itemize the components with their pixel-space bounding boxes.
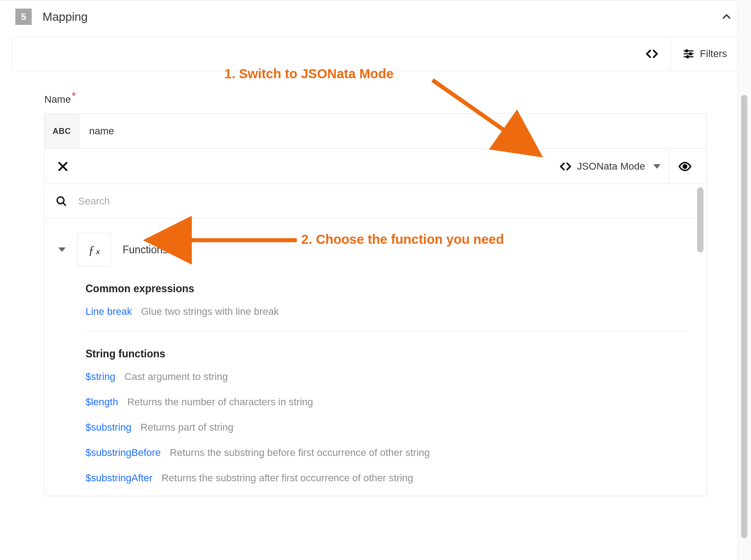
svg-point-8 — [683, 165, 687, 168]
group-title: Common expressions — [86, 283, 688, 295]
sliders-icon — [683, 48, 694, 60]
divider — [86, 331, 688, 332]
functions-panel: ƒₓ Functions Common expressions Line bre… — [45, 218, 706, 496]
filters-button[interactable]: Filters — [670, 37, 739, 71]
functions-header[interactable]: ƒₓ Functions — [54, 233, 697, 266]
name-input-group: ABC JSONata Mode — [44, 114, 707, 496]
code-icon — [559, 160, 572, 173]
panel-header[interactable]: 5 Mapping — [12, 0, 739, 37]
fx-icon: ƒₓ — [77, 233, 111, 266]
eye-icon — [678, 160, 692, 173]
mode-dropdown[interactable]: JSONata Mode — [551, 160, 669, 173]
code-toggle-button[interactable] — [633, 37, 670, 71]
search-row — [45, 184, 706, 218]
function-desc: Returns the substring before first occur… — [170, 447, 430, 459]
function-desc: Returns the number of characters in stri… — [127, 396, 313, 408]
name-input[interactable] — [79, 114, 706, 148]
filters-label: Filters — [700, 48, 727, 60]
svg-point-3 — [686, 50, 688, 52]
panel-title: Mapping — [43, 10, 707, 24]
chevron-up-icon[interactable] — [718, 8, 736, 26]
editor-toolbar: JSONata Mode — [45, 148, 706, 184]
function-name: $length — [86, 396, 118, 408]
step-number-badge: 5 — [15, 9, 32, 25]
svg-point-4 — [689, 53, 691, 55]
function-name: $substringBefore — [86, 447, 161, 459]
function-desc: Returns the substring after first occurr… — [162, 472, 413, 484]
function-desc: Cast argument to string — [124, 371, 228, 383]
function-item[interactable]: Line break Glue two strings with line br… — [86, 306, 688, 318]
function-desc: Glue two strings with line break — [141, 306, 279, 318]
function-name: Line break — [86, 306, 132, 318]
search-input[interactable] — [78, 195, 695, 207]
chevron-down-icon — [653, 164, 661, 169]
function-item[interactable]: $substringAfter Returns the substring af… — [86, 472, 688, 484]
functions-body: Common expressions Line break Glue two s… — [54, 283, 697, 484]
panel-toolbar: Filters — [12, 37, 739, 71]
page-scrollbar-thumb[interactable] — [741, 95, 747, 538]
content-area: Name* ABC JSONata Mode — [12, 71, 739, 496]
functions-heading: Functions — [123, 244, 168, 256]
preview-button[interactable] — [669, 149, 701, 184]
type-badge-abc: ABC — [45, 114, 79, 148]
close-icon[interactable] — [50, 157, 76, 176]
function-item[interactable]: $substring Returns part of string — [86, 422, 688, 433]
svg-line-10 — [63, 203, 65, 205]
group-title: String functions — [86, 348, 688, 360]
function-name: $substring — [86, 422, 132, 433]
svg-point-5 — [687, 56, 689, 57]
required-star-icon: * — [72, 90, 76, 101]
panel-scrollbar-thumb[interactable] — [697, 187, 703, 252]
page-scrollbar-track — [737, 0, 751, 560]
function-item[interactable]: $substringBefore Returns the substring b… — [86, 447, 688, 459]
function-item[interactable]: $length Returns the number of characters… — [86, 396, 688, 408]
chevron-down-icon — [58, 247, 66, 252]
function-name: $string — [86, 371, 115, 383]
mode-label: JSONata Mode — [577, 161, 645, 172]
code-icon — [645, 47, 659, 61]
function-item[interactable]: $string Cast argument to string — [86, 371, 688, 383]
field-label: Name* — [44, 90, 707, 105]
function-desc: Returns part of string — [141, 422, 233, 433]
search-icon — [56, 195, 67, 207]
function-name: $substringAfter — [86, 472, 152, 484]
mapping-panel: 5 Mapping Filters Name* ABC — [12, 0, 739, 496]
